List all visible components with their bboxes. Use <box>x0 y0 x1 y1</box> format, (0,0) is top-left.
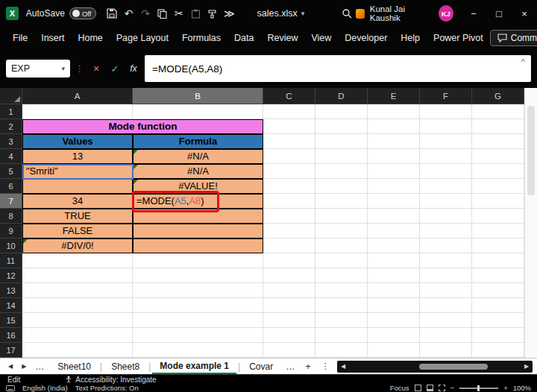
cell-a9[interactable]: FALSE <box>22 224 133 238</box>
cell[interactable] <box>22 253 133 268</box>
sheet-tab-mode-example-1[interactable]: Mode example 1 <box>152 358 236 374</box>
cell[interactable] <box>368 238 420 253</box>
page-layout-view-icon[interactable] <box>427 385 433 391</box>
cell[interactable] <box>368 224 420 238</box>
zoom-out-icon[interactable]: − <box>450 384 455 392</box>
cell[interactable] <box>263 164 315 179</box>
row-header-4[interactable]: 4 <box>0 149 22 164</box>
cell-b7-active-formula[interactable]: =MODE(A5,A8) <box>133 194 263 209</box>
row-header-17[interactable]: 17 <box>0 343 22 358</box>
cell[interactable] <box>22 343 133 358</box>
cell[interactable] <box>472 253 524 268</box>
cell[interactable] <box>133 253 263 268</box>
cell[interactable] <box>263 104 315 119</box>
text-predictions-status[interactable]: Text Predictions: On <box>75 384 139 392</box>
search-icon[interactable] <box>339 4 355 22</box>
cell[interactable] <box>315 283 368 298</box>
cell-b6[interactable]: #VALUE! <box>133 179 263 194</box>
cell[interactable] <box>420 179 472 194</box>
tab-home[interactable]: Home <box>71 29 109 47</box>
cell[interactable] <box>368 179 420 194</box>
format-painter-icon[interactable] <box>204 4 221 22</box>
cell[interactable] <box>420 298 472 313</box>
file-name-menu[interactable]: sales.xlsx ▾ <box>257 8 305 19</box>
cell[interactable] <box>263 268 315 283</box>
cell[interactable] <box>263 224 315 238</box>
focus-mode-button[interactable]: Focus <box>390 384 409 392</box>
cell[interactable] <box>420 194 472 209</box>
save-icon[interactable] <box>104 4 120 22</box>
row-header-10[interactable]: 10 <box>0 238 22 253</box>
col-header-e[interactable]: E <box>368 88 420 104</box>
cell[interactable] <box>368 343 420 358</box>
cell[interactable] <box>472 313 524 328</box>
cell-b10[interactable] <box>133 238 263 253</box>
row-header-15[interactable]: 15 <box>0 313 22 328</box>
cell[interactable] <box>133 298 263 313</box>
cell[interactable] <box>263 179 315 194</box>
cell[interactable] <box>472 209 524 224</box>
cell[interactable] <box>368 104 420 119</box>
cell[interactable] <box>263 149 315 164</box>
cell[interactable] <box>368 119 420 134</box>
cell[interactable] <box>315 343 368 358</box>
zoom-level[interactable]: 100% <box>513 384 531 392</box>
row-header-8[interactable]: 8 <box>0 209 22 224</box>
cell[interactable] <box>472 328 524 343</box>
cell[interactable] <box>420 253 472 268</box>
cell[interactable] <box>472 194 524 209</box>
cell[interactable] <box>368 164 420 179</box>
cell[interactable] <box>472 283 524 298</box>
cell[interactable] <box>420 104 472 119</box>
tab-formulas[interactable]: Formulas <box>175 29 227 47</box>
cell[interactable] <box>315 179 368 194</box>
sheet-tab-sheet10[interactable]: Sheet10 <box>50 358 98 374</box>
cell[interactable] <box>263 238 315 253</box>
cell[interactable] <box>420 238 472 253</box>
cell[interactable] <box>263 283 315 298</box>
cell[interactable] <box>133 268 263 283</box>
tab-overflow-left-icon[interactable]: … <box>31 361 48 372</box>
cell[interactable] <box>472 164 524 179</box>
redo-icon[interactable]: ↷ <box>137 4 154 22</box>
close-button[interactable]: × <box>512 0 537 27</box>
cell[interactable] <box>420 268 472 283</box>
cell[interactable] <box>420 283 472 298</box>
cell[interactable] <box>263 298 315 313</box>
row-header-11[interactable]: 11 <box>0 253 22 268</box>
scroll-right-icon[interactable]: ▶ <box>521 363 533 370</box>
cell[interactable] <box>315 328 368 343</box>
cell[interactable] <box>315 209 368 224</box>
cell[interactable] <box>420 149 472 164</box>
name-box[interactable]: EXP ▾ <box>6 60 70 78</box>
cell[interactable] <box>315 268 368 283</box>
cell[interactable] <box>22 283 133 298</box>
col-header-b[interactable]: B <box>133 88 263 104</box>
maximize-button[interactable]: □ <box>486 0 512 27</box>
col-header-g[interactable]: G <box>472 88 524 104</box>
minimize-button[interactable]: − <box>461 0 486 27</box>
cell[interactable] <box>368 283 420 298</box>
cell-a3[interactable]: Values <box>22 134 133 149</box>
row-header-5[interactable]: 5 <box>0 164 22 179</box>
tab-page-layout[interactable]: Page Layout <box>110 29 175 47</box>
tab-power-pivot[interactable]: Power Pivot <box>427 29 490 47</box>
cell[interactable] <box>420 134 472 149</box>
cell[interactable] <box>263 194 315 209</box>
cell-b5[interactable]: #N/A <box>133 164 263 179</box>
cell[interactable] <box>368 209 420 224</box>
cell-b8[interactable] <box>133 209 263 224</box>
cell[interactable] <box>22 298 133 313</box>
cell[interactable] <box>263 328 315 343</box>
autosave-toggle[interactable]: Off <box>69 7 96 19</box>
accessibility-status[interactable]: Accessibility: Investigate <box>65 376 156 384</box>
collapse-formula-bar-icon[interactable]: ^ <box>521 57 525 66</box>
more-commands-icon[interactable]: ≫ <box>221 4 237 22</box>
cell[interactable] <box>368 298 420 313</box>
cell[interactable] <box>472 224 524 238</box>
cell-a2-title[interactable]: Mode function <box>22 119 263 134</box>
cell[interactable] <box>472 298 524 313</box>
cell[interactable] <box>315 104 368 119</box>
autosave-control[interactable]: AutoSave Off <box>26 7 96 19</box>
horizontal-scrollbar-thumb[interactable] <box>419 364 488 370</box>
